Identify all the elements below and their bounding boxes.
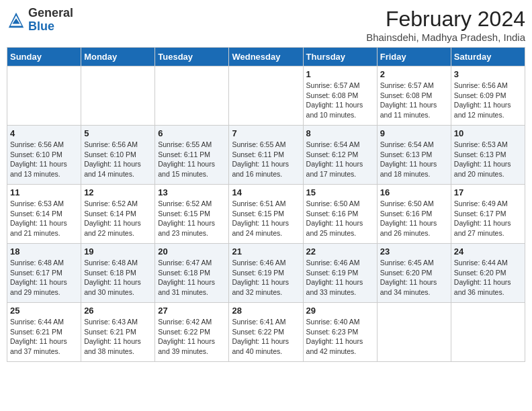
day-info: Sunrise: 6:40 AM Sunset: 6:23 PM Dayligh… — [306, 317, 374, 357]
day-number: 16 — [380, 187, 448, 197]
day-number: 13 — [158, 187, 226, 197]
day-info: Sunrise: 6:49 AM Sunset: 6:17 PM Dayligh… — [454, 199, 522, 238]
day-info: Sunrise: 6:56 AM Sunset: 6:10 PM Dayligh… — [10, 140, 78, 179]
calendar-cell: 10Sunrise: 6:53 AM Sunset: 6:13 PM Dayli… — [451, 126, 525, 185]
day-info: Sunrise: 6:48 AM Sunset: 6:18 PM Dayligh… — [84, 258, 152, 298]
calendar-cell: 6Sunrise: 6:55 AM Sunset: 6:11 PM Daylig… — [155, 126, 229, 185]
logo-general-text: General — [28, 6, 73, 19]
month-year-title: February 2024 — [366, 7, 525, 32]
col-header-thursday: Thursday — [303, 48, 377, 66]
col-header-monday: Monday — [81, 48, 155, 66]
day-info: Sunrise: 6:48 AM Sunset: 6:17 PM Dayligh… — [10, 258, 78, 298]
day-number: 4 — [10, 128, 78, 138]
col-header-tuesday: Tuesday — [155, 48, 229, 66]
calendar-cell: 27Sunrise: 6:42 AM Sunset: 6:22 PM Dayli… — [155, 303, 229, 362]
calendar-cell: 8Sunrise: 6:54 AM Sunset: 6:12 PM Daylig… — [303, 126, 377, 185]
day-info: Sunrise: 6:50 AM Sunset: 6:16 PM Dayligh… — [380, 199, 448, 238]
day-number: 24 — [454, 246, 522, 257]
day-info: Sunrise: 6:53 AM Sunset: 6:14 PM Dayligh… — [10, 199, 78, 238]
calendar-cell: 20Sunrise: 6:47 AM Sunset: 6:18 PM Dayli… — [155, 244, 229, 303]
day-info: Sunrise: 6:53 AM Sunset: 6:13 PM Dayligh… — [454, 140, 522, 179]
calendar-cell: 29Sunrise: 6:40 AM Sunset: 6:23 PM Dayli… — [303, 303, 377, 362]
calendar-cell: 22Sunrise: 6:46 AM Sunset: 6:19 PM Dayli… — [303, 244, 377, 303]
day-number: 19 — [84, 246, 152, 257]
day-info: Sunrise: 6:50 AM Sunset: 6:16 PM Dayligh… — [306, 199, 374, 238]
calendar-cell: 11Sunrise: 6:53 AM Sunset: 6:14 PM Dayli… — [7, 185, 81, 244]
day-number: 18 — [10, 246, 78, 257]
col-header-friday: Friday — [377, 48, 451, 66]
logo-blue-text: Blue — [28, 19, 54, 33]
day-number: 17 — [454, 187, 522, 197]
calendar-cell: 18Sunrise: 6:48 AM Sunset: 6:17 PM Dayli… — [7, 244, 81, 303]
day-info: Sunrise: 6:56 AM Sunset: 6:10 PM Dayligh… — [84, 140, 152, 179]
col-header-wednesday: Wednesday — [229, 48, 303, 66]
day-number: 2 — [380, 69, 448, 79]
calendar-cell — [81, 66, 155, 126]
calendar-cell: 28Sunrise: 6:41 AM Sunset: 6:22 PM Dayli… — [229, 303, 303, 362]
col-header-sunday: Sunday — [7, 48, 81, 66]
calendar-cell — [229, 66, 303, 126]
day-info: Sunrise: 6:44 AM Sunset: 6:21 PM Dayligh… — [10, 317, 78, 357]
day-info: Sunrise: 6:44 AM Sunset: 6:20 PM Dayligh… — [454, 258, 522, 298]
day-info: Sunrise: 6:56 AM Sunset: 6:09 PM Dayligh… — [454, 81, 522, 120]
day-info: Sunrise: 6:41 AM Sunset: 6:22 PM Dayligh… — [232, 317, 300, 357]
day-number: 15 — [306, 187, 374, 197]
calendar-cell: 7Sunrise: 6:55 AM Sunset: 6:11 PM Daylig… — [229, 126, 303, 185]
calendar-cell: 23Sunrise: 6:45 AM Sunset: 6:20 PM Dayli… — [377, 244, 451, 303]
calendar-cell: 5Sunrise: 6:56 AM Sunset: 6:10 PM Daylig… — [81, 126, 155, 185]
calendar-cell: 24Sunrise: 6:44 AM Sunset: 6:20 PM Dayli… — [451, 244, 525, 303]
day-number: 27 — [158, 306, 226, 316]
day-number: 14 — [232, 187, 300, 197]
logo-icon — [7, 11, 26, 30]
page-header: General Blue February 2024 Bhainsdehi, M… — [7, 7, 525, 43]
logo: General Blue — [7, 7, 73, 34]
calendar-cell: 15Sunrise: 6:50 AM Sunset: 6:16 PM Dayli… — [303, 185, 377, 244]
day-info: Sunrise: 6:54 AM Sunset: 6:12 PM Dayligh… — [306, 140, 374, 179]
day-number: 23 — [380, 246, 448, 257]
location-subtitle: Bhainsdehi, Madhya Pradesh, India — [366, 32, 525, 43]
day-number: 7 — [232, 128, 300, 138]
day-number: 12 — [84, 187, 152, 197]
day-number: 22 — [306, 246, 374, 257]
day-info: Sunrise: 6:47 AM Sunset: 6:18 PM Dayligh… — [158, 258, 226, 298]
day-number: 10 — [454, 128, 522, 138]
calendar-table: SundayMondayTuesdayWednesdayThursdayFrid… — [7, 47, 525, 362]
day-info: Sunrise: 6:55 AM Sunset: 6:11 PM Dayligh… — [232, 140, 300, 179]
calendar-cell: 21Sunrise: 6:46 AM Sunset: 6:19 PM Dayli… — [229, 244, 303, 303]
day-number: 8 — [306, 128, 374, 138]
day-info: Sunrise: 6:42 AM Sunset: 6:22 PM Dayligh… — [158, 317, 226, 357]
day-number: 26 — [84, 306, 152, 316]
col-header-saturday: Saturday — [451, 48, 525, 66]
day-info: Sunrise: 6:57 AM Sunset: 6:08 PM Dayligh… — [306, 81, 374, 120]
day-info: Sunrise: 6:54 AM Sunset: 6:13 PM Dayligh… — [380, 140, 448, 179]
calendar-cell: 4Sunrise: 6:56 AM Sunset: 6:10 PM Daylig… — [7, 126, 81, 185]
day-info: Sunrise: 6:51 AM Sunset: 6:15 PM Dayligh… — [232, 199, 300, 238]
day-info: Sunrise: 6:45 AM Sunset: 6:20 PM Dayligh… — [380, 258, 448, 298]
calendar-cell: 2Sunrise: 6:57 AM Sunset: 6:08 PM Daylig… — [377, 66, 451, 126]
calendar-cell: 14Sunrise: 6:51 AM Sunset: 6:15 PM Dayli… — [229, 185, 303, 244]
day-number: 29 — [306, 306, 374, 316]
calendar-cell — [155, 66, 229, 126]
calendar-cell: 13Sunrise: 6:52 AM Sunset: 6:15 PM Dayli… — [155, 185, 229, 244]
day-number: 5 — [84, 128, 152, 138]
calendar-cell: 1Sunrise: 6:57 AM Sunset: 6:08 PM Daylig… — [303, 66, 377, 126]
calendar-cell: 17Sunrise: 6:49 AM Sunset: 6:17 PM Dayli… — [451, 185, 525, 244]
day-number: 20 — [158, 246, 226, 257]
day-number: 28 — [232, 306, 300, 316]
day-info: Sunrise: 6:52 AM Sunset: 6:14 PM Dayligh… — [84, 199, 152, 238]
calendar-cell: 16Sunrise: 6:50 AM Sunset: 6:16 PM Dayli… — [377, 185, 451, 244]
calendar-cell — [451, 303, 525, 362]
day-number: 11 — [10, 187, 78, 197]
calendar-cell — [377, 303, 451, 362]
title-block: February 2024 Bhainsdehi, Madhya Pradesh… — [366, 7, 525, 43]
day-info: Sunrise: 6:46 AM Sunset: 6:19 PM Dayligh… — [232, 258, 300, 298]
calendar-cell: 19Sunrise: 6:48 AM Sunset: 6:18 PM Dayli… — [81, 244, 155, 303]
calendar-cell: 9Sunrise: 6:54 AM Sunset: 6:13 PM Daylig… — [377, 126, 451, 185]
day-number: 25 — [10, 306, 78, 316]
day-number: 21 — [232, 246, 300, 257]
day-info: Sunrise: 6:46 AM Sunset: 6:19 PM Dayligh… — [306, 258, 374, 298]
day-info: Sunrise: 6:43 AM Sunset: 6:21 PM Dayligh… — [84, 317, 152, 357]
calendar-cell: 26Sunrise: 6:43 AM Sunset: 6:21 PM Dayli… — [81, 303, 155, 362]
calendar-cell: 12Sunrise: 6:52 AM Sunset: 6:14 PM Dayli… — [81, 185, 155, 244]
calendar-cell: 3Sunrise: 6:56 AM Sunset: 6:09 PM Daylig… — [451, 66, 525, 126]
